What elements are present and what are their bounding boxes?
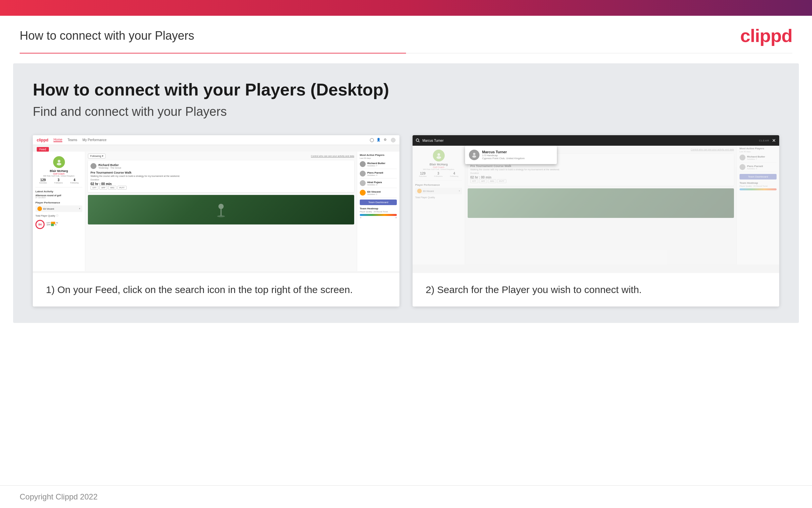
heatmap-title: Team Heatmap — [360, 207, 397, 210]
main-title: How to connect with your Players (Deskto… — [33, 80, 779, 99]
player-name-1: Richard Butler — [367, 162, 397, 165]
activity-duration-label-2: Duration — [470, 172, 731, 174]
screenshots-row: clippd Home Teams My Performance 👤 ⚙ Fee… — [33, 135, 779, 306]
most-active-sub-2: Last 30 days — [739, 151, 776, 153]
following-button[interactable]: Following ▾ — [88, 154, 106, 159]
player-list-item-2[interactable]: Piers Parnell Activities: 4 — [360, 171, 397, 178]
score-area: 84 OTT ███ 79 APP ██ 70 — [36, 219, 82, 229]
svg-point-6 — [436, 156, 441, 159]
player-name-3: Hiral Pujara — [367, 181, 397, 184]
main-subtitle: Find and connect with your Players — [33, 105, 779, 119]
svg-point-2 — [219, 204, 224, 209]
player-list-item-2-1: Richard Butler Activities: 7 — [739, 155, 776, 162]
search-result-avatar — [469, 150, 479, 160]
profile-name-2: Blair McHarg — [415, 163, 462, 166]
app-mockup-1: clippd Home Teams My Performance 👤 ⚙ Fee… — [33, 135, 399, 273]
search-result-item-1[interactable]: Marcus Turner 1-5 Handicap Cypress Point… — [468, 148, 554, 162]
stat-following: 4 Following — [70, 178, 78, 184]
profile-area-2: Blair McHarg Golf Coach Mill Ride Golf C… — [415, 148, 462, 181]
player-info-3: Hiral Pujara Activities: 3 — [367, 181, 397, 186]
activity-user-info: Richard Butler Yesterday · The Grove — [98, 163, 121, 169]
player-mini-name-2: Eli Vincent — [423, 190, 458, 192]
player-name-2-1: Richard Butler — [747, 155, 776, 158]
player-list-item-2-2: Piers Parnell Activities: 4 — [739, 164, 776, 172]
settings-icon[interactable]: ⚙ — [384, 138, 388, 142]
search-input-overlay[interactable] — [422, 139, 756, 142]
profile-club-2: Mill Ride Golf Club, United Kingdom — [415, 168, 462, 170]
svg-point-10 — [472, 156, 476, 158]
app-mockup-2: clippd Home Teams My Performance 👤 ⚙ — [413, 135, 779, 273]
app-left-panel: Blair McHarg Golf Coach Mill Ride Golf C… — [33, 152, 85, 271]
player-select-2: Eli Vincent ▾ — [415, 188, 462, 194]
profile-avatar-2 — [433, 150, 445, 162]
team-dashboard-button[interactable]: Team Dashboard — [360, 200, 397, 205]
app-body-1: Blair McHarg Golf Coach Mill Ride Golf C… — [33, 152, 399, 271]
search-close-button[interactable]: ✕ — [772, 138, 776, 143]
stat-following-2: 4 Following — [450, 172, 458, 177]
team-dashboard-button-2: Team Dashboard — [739, 174, 776, 179]
player-list-item-4[interactable]: Eli Vincent Activities: 1 — [360, 190, 397, 198]
control-link[interactable]: Control who can see your activity and da… — [311, 155, 354, 157]
heatmap-title-2: Team Heatmap — [739, 181, 776, 184]
player-info-2: Piers Parnell Activities: 4 — [367, 171, 397, 176]
heatmap-labels: -5 +5 — [360, 217, 397, 219]
page-wrapper: How to connect with your Players clippd … — [0, 0, 812, 508]
svg-point-7 — [416, 139, 419, 141]
latest-activity-date: 27 Jul 2022 — [36, 197, 82, 199]
player-list-item-1[interactable]: Richard Butler Activities: 7 — [360, 161, 397, 169]
app-right-panel: Most Active Players Last 30 days Richard… — [357, 152, 399, 271]
tag-arg-2: ARG — [488, 179, 496, 183]
tag-putt: PUTT — [117, 186, 127, 190]
player-name-2-2: Piers Parnell — [747, 165, 776, 168]
app-nav-1: clippd Home Teams My Performance 👤 ⚙ — [33, 135, 399, 145]
profile-stats: 129 Activities 3 Followers 4 — [36, 178, 82, 184]
control-link-2: Control who can see your activity and da… — [691, 148, 734, 151]
search-icon[interactable] — [370, 138, 374, 142]
dropdown-arrow-icon-2: ▾ — [459, 190, 460, 192]
nav-teams-1[interactable]: Teams — [67, 138, 77, 142]
player-info-2-1: Richard Butler Activities: 7 — [747, 155, 776, 160]
player-performance-section: Player Performance Eli Vincent ▾ Total P… — [36, 201, 82, 229]
search-clear-button[interactable]: CLEAR — [759, 139, 769, 142]
profile-club: Mill Ride Golf Club, United Kingdom — [36, 175, 82, 177]
user-icon[interactable]: 👤 — [377, 138, 381, 142]
feed-tab[interactable]: Feed — [37, 147, 49, 152]
player-info-4: Eli Vincent Activities: 1 — [367, 190, 397, 195]
tag-putt-2: PUTT — [497, 179, 506, 183]
tag-arg: ARG — [108, 186, 116, 190]
page-title: How to connect with your Players — [20, 29, 194, 43]
info-icon: ⓘ — [56, 214, 58, 217]
svg-point-0 — [58, 160, 60, 162]
caption-area-2: 2) Search for the Player you wish to con… — [413, 273, 779, 306]
activity-avatar — [91, 163, 96, 169]
profile-role: Golf Coach — [36, 173, 82, 175]
main-content: How to connect with your Players (Deskto… — [13, 64, 799, 323]
heatmap-bar-2 — [739, 188, 776, 190]
activity-user: Richard Butler Yesterday · The Grove — [91, 163, 351, 169]
latest-activity-value: Afternoon round of golf — [36, 194, 82, 197]
search-result-info: Marcus Turner 1-5 Handicap Cypress Point… — [482, 150, 525, 160]
profile-name: Blair McHarg — [36, 169, 82, 173]
nav-home-1[interactable]: Home — [53, 138, 62, 142]
caption-area-1: 1) On your Feed, click on the search ico… — [33, 273, 399, 306]
player-info-2-2: Piers Parnell Activities: 4 — [747, 165, 776, 170]
player-select[interactable]: Eli Vincent ▾ — [36, 205, 82, 212]
activity-title-2: Pre Tournament Course Walk — [470, 164, 731, 168]
heatmap-sub: Player Quality · 20 Round Trend — [360, 211, 397, 213]
profile-role-2: Golf Coach — [415, 166, 462, 168]
activity-desc: Walking the course with my coach to buil… — [91, 175, 351, 177]
tag-app-2: APP — [479, 179, 487, 183]
tag-app: APP — [99, 186, 107, 190]
player-avatar-1 — [360, 161, 366, 167]
golf-image — [88, 195, 354, 224]
search-overlay-icon — [416, 138, 420, 142]
player-performance-title: Player Performance — [36, 201, 82, 204]
tag-ott: OTT — [91, 186, 98, 190]
player-avatar-2-2 — [739, 164, 746, 170]
activity-title: Pre Tournament Course Walk — [91, 171, 351, 174]
user-avatar-icon[interactable] — [391, 138, 395, 142]
player-list-item-3[interactable]: Hiral Pujara Activities: 3 — [360, 180, 397, 188]
footer: Copyright Clippd 2022 — [0, 485, 812, 508]
nav-myperformance-1[interactable]: My Performance — [82, 138, 106, 142]
stat-followers-2: 3 Followers — [434, 172, 443, 177]
